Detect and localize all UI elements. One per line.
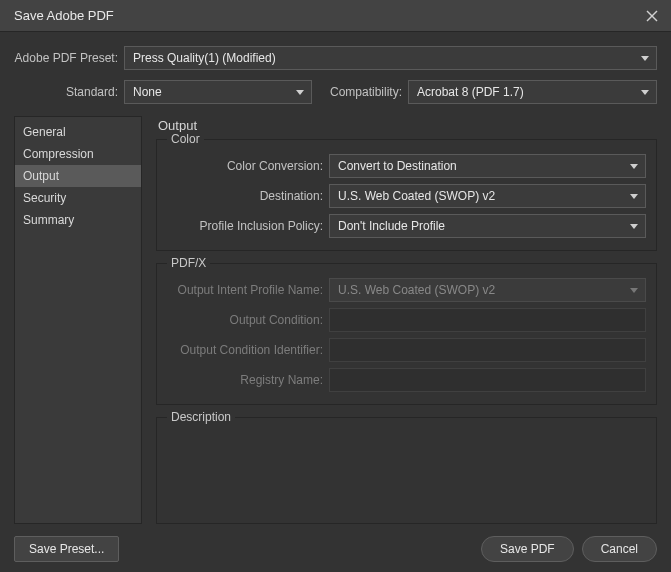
sidebar-item-label: Security: [23, 191, 66, 205]
policy-value: Don't Include Profile: [338, 219, 445, 233]
intent-label: Output Intent Profile Name:: [167, 283, 329, 297]
chevron-down-icon: [640, 87, 650, 97]
preset-row: Adobe PDF Preset: Press Quality(1) (Modi…: [14, 46, 657, 70]
sidebar: General Compression Output Security Summ…: [14, 116, 142, 524]
save-preset-label: Save Preset...: [29, 542, 104, 556]
output-condition-id-input: [329, 338, 646, 362]
svg-marker-2: [641, 56, 649, 61]
close-button[interactable]: [643, 7, 661, 25]
compatibility-label: Compatibility:: [312, 85, 408, 99]
standard-label: Standard:: [14, 85, 124, 99]
description-group: Description: [156, 417, 657, 524]
compatibility-select[interactable]: Acrobat 8 (PDF 1.7): [408, 80, 657, 104]
save-pdf-label: Save PDF: [500, 542, 555, 556]
save-adobe-pdf-dialog: Save Adobe PDF Adobe PDF Preset: Press Q…: [0, 0, 671, 572]
registry-input: [329, 368, 646, 392]
destination-select[interactable]: U.S. Web Coated (SWOP) v2: [329, 184, 646, 208]
compatibility-select-value: Acrobat 8 (PDF 1.7): [417, 85, 524, 99]
color-conversion-value: Convert to Destination: [338, 159, 457, 173]
chevron-down-icon: [640, 53, 650, 63]
output-panel: Output Color Color Conversion: Convert t…: [156, 116, 657, 524]
registry-row: Registry Name:: [167, 368, 646, 392]
color-legend: Color: [167, 132, 204, 146]
sidebar-item-label: Output: [23, 169, 59, 183]
dialog-body: Adobe PDF Preset: Press Quality(1) (Modi…: [0, 32, 671, 572]
output-condition-id-row: Output Condition Identifier:: [167, 338, 646, 362]
color-group: Color Color Conversion: Convert to Desti…: [156, 139, 657, 251]
preset-label: Adobe PDF Preset:: [14, 51, 124, 65]
sidebar-item-compression[interactable]: Compression: [15, 143, 141, 165]
svg-marker-4: [641, 90, 649, 95]
preset-select[interactable]: Press Quality(1) (Modified): [124, 46, 657, 70]
chevron-down-icon: [629, 285, 639, 295]
chevron-down-icon: [629, 191, 639, 201]
policy-label: Profile Inclusion Policy:: [167, 219, 329, 233]
output-condition-row: Output Condition:: [167, 308, 646, 332]
footer: Save Preset... Save PDF Cancel: [14, 524, 657, 562]
registry-label: Registry Name:: [167, 373, 329, 387]
cancel-label: Cancel: [601, 542, 638, 556]
svg-marker-8: [630, 288, 638, 293]
intent-select: U.S. Web Coated (SWOP) v2: [329, 278, 646, 302]
chevron-down-icon: [295, 87, 305, 97]
svg-marker-5: [630, 164, 638, 169]
main-area: General Compression Output Security Summ…: [14, 116, 657, 524]
standard-select[interactable]: None: [124, 80, 312, 104]
color-conversion-label: Color Conversion:: [167, 159, 329, 173]
close-icon: [646, 10, 658, 22]
save-preset-button[interactable]: Save Preset...: [14, 536, 119, 562]
svg-marker-7: [630, 224, 638, 229]
policy-select[interactable]: Don't Include Profile: [329, 214, 646, 238]
save-pdf-button[interactable]: Save PDF: [481, 536, 574, 562]
chevron-down-icon: [629, 221, 639, 231]
standard-row: Standard: None Compatibility: Acrobat 8 …: [14, 80, 657, 104]
svg-marker-6: [630, 194, 638, 199]
pdfx-legend: PDF/X: [167, 256, 210, 270]
sidebar-item-summary[interactable]: Summary: [15, 209, 141, 231]
output-condition-label: Output Condition:: [167, 313, 329, 327]
chevron-down-icon: [629, 161, 639, 171]
policy-row: Profile Inclusion Policy: Don't Include …: [167, 214, 646, 238]
pdfx-group: PDF/X Output Intent Profile Name: U.S. W…: [156, 263, 657, 405]
standard-select-value: None: [133, 85, 162, 99]
svg-marker-3: [296, 90, 304, 95]
sidebar-item-security[interactable]: Security: [15, 187, 141, 209]
cancel-button[interactable]: Cancel: [582, 536, 657, 562]
intent-value: U.S. Web Coated (SWOP) v2: [338, 283, 495, 297]
description-legend: Description: [167, 410, 235, 424]
color-conversion-row: Color Conversion: Convert to Destination: [167, 154, 646, 178]
intent-row: Output Intent Profile Name: U.S. Web Coa…: [167, 278, 646, 302]
sidebar-item-label: Compression: [23, 147, 94, 161]
panel-title: Output: [158, 118, 657, 133]
titlebar: Save Adobe PDF: [0, 0, 671, 32]
preset-select-value: Press Quality(1) (Modified): [133, 51, 276, 65]
destination-value: U.S. Web Coated (SWOP) v2: [338, 189, 495, 203]
output-condition-input: [329, 308, 646, 332]
destination-label: Destination:: [167, 189, 329, 203]
output-condition-id-label: Output Condition Identifier:: [167, 343, 329, 357]
color-conversion-select[interactable]: Convert to Destination: [329, 154, 646, 178]
destination-row: Destination: U.S. Web Coated (SWOP) v2: [167, 184, 646, 208]
sidebar-item-label: Summary: [23, 213, 74, 227]
window-title: Save Adobe PDF: [14, 8, 114, 23]
sidebar-item-output[interactable]: Output: [15, 165, 141, 187]
sidebar-item-general[interactable]: General: [15, 121, 141, 143]
sidebar-item-label: General: [23, 125, 66, 139]
